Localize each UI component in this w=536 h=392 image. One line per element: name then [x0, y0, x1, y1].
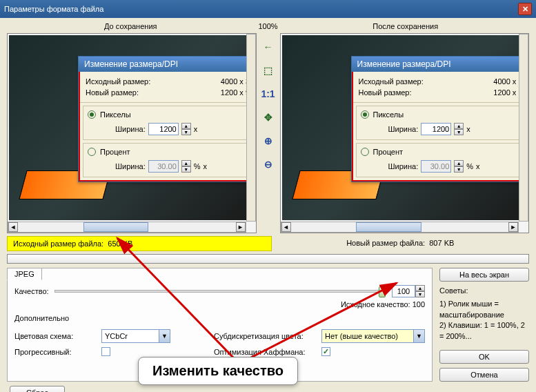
radio-pixels[interactable]: [361, 110, 369, 119]
slider-thumb[interactable]: [379, 286, 386, 297]
scrollbar-v[interactable]: [519, 34, 528, 222]
new-filesize: Новый размер файла: 807 KB: [272, 236, 530, 251]
spin-down-icon[interactable]: ▼: [181, 129, 191, 135]
spin-up-icon[interactable]: ▲: [181, 123, 191, 129]
resize-dialog-title: Изменение размера/DPI: [352, 57, 528, 72]
tip-2: 2) Клавиши: 1 = 100%, 2 = 200%...: [439, 320, 529, 342]
orig-size-label: Исходный размер:: [86, 77, 150, 86]
new-size-label: Новый размер:: [86, 88, 139, 97]
chevron-down-icon[interactable]: ▼: [413, 330, 424, 342]
preview-after: Изменение размера/DPI Исходный размер:40…: [280, 33, 530, 233]
width-label: Ширина:: [115, 125, 146, 133]
width-pct-input[interactable]: [421, 160, 451, 173]
annotation-label: Изменить качество: [138, 357, 298, 385]
ok-button[interactable]: OK: [439, 350, 529, 364]
progressive-checkbox[interactable]: [101, 347, 110, 356]
color-scheme-label: Цветовая схема:: [14, 332, 97, 340]
tips-title: Советы:: [439, 286, 529, 296]
quality-label: Качество:: [14, 287, 49, 295]
radio-pixels-label: Пикселы: [100, 110, 131, 119]
extra-group-label: Дополнительно: [14, 314, 425, 322]
preview-image-after[interactable]: Изменение размера/DPI Исходный размер:40…: [282, 35, 528, 220]
width-pct-input[interactable]: [148, 160, 179, 173]
header-after: После сохранения: [282, 22, 530, 30]
huffman-label: Оптимизация Хаффмана:: [214, 348, 317, 356]
resize-dialog-title: Изменение размера/DPI: [79, 57, 255, 72]
pct-sign: %: [194, 162, 201, 170]
reset-button[interactable]: Сброс: [10, 386, 65, 392]
preview-headers: До сохранения 100% После сохранения: [7, 22, 529, 30]
resize-dialog-after: Изменение размера/DPI Исходный размер:40…: [351, 56, 528, 182]
x-label: x: [194, 125, 198, 133]
width-px-input[interactable]: [148, 123, 179, 135]
close-button[interactable]: ✕: [518, 3, 532, 15]
zoom-out-icon[interactable]: ⊖: [261, 157, 276, 171]
spin-down-icon[interactable]: ▼: [181, 166, 191, 173]
cancel-button[interactable]: Отмена: [439, 368, 529, 382]
original-filesize-highlight: Исходный размер файла: 650 KB: [7, 236, 272, 251]
header-before: До сохранения: [7, 22, 255, 30]
preview-image-before[interactable]: Изменение размера/DPI Исходный размер:40…: [9, 35, 255, 220]
x-label: x: [204, 162, 208, 170]
one-to-one-icon[interactable]: 1:1: [261, 87, 276, 101]
spin-up-icon[interactable]: ▲: [181, 160, 191, 166]
radio-pixels[interactable]: [88, 110, 96, 119]
scroll-right-icon[interactable]: ►: [236, 222, 246, 232]
subsampling-label: Субдискретизация цвета:: [214, 332, 317, 340]
radio-percent[interactable]: [88, 148, 96, 156]
width-label-pct: Ширина:: [115, 162, 146, 170]
scrollbar-h[interactable]: ◄ ►: [281, 222, 519, 233]
quality-slider[interactable]: [54, 290, 386, 293]
scrollbar-v[interactable]: [246, 34, 256, 222]
radio-percent[interactable]: [361, 148, 369, 156]
color-scheme-combo[interactable]: YCbCr ▼: [101, 329, 170, 343]
subsampling-combo[interactable]: Нет (выше качество) ▼: [321, 329, 425, 343]
scroll-thumb[interactable]: [83, 222, 149, 232]
spin-down-icon[interactable]: ▼: [415, 291, 425, 297]
tip-1: 1) Ролик мыши = масштабирование: [439, 299, 529, 320]
progressive-label: Прогрессивный:: [14, 348, 97, 356]
original-quality: Исходное качество: 100: [14, 300, 425, 308]
tips-box: Советы: 1) Ролик мыши = масштабирование …: [439, 286, 529, 342]
fullscreen-button[interactable]: На весь экран: [439, 268, 529, 282]
scroll-left-icon[interactable]: ◄: [8, 222, 18, 232]
huffman-checkbox[interactable]: [321, 347, 330, 356]
window-title: Параметры формата файла: [4, 5, 103, 13]
title-bar: Параметры формата файла ✕: [0, 0, 536, 18]
quality-value-input[interactable]: [392, 285, 415, 297]
tool-column: ← ⬚ 1:1 ✥ ⊕ ⊖: [259, 33, 277, 233]
tab-jpeg[interactable]: JPEG: [7, 268, 42, 280]
fit-rect-icon[interactable]: ⬚: [261, 63, 276, 77]
preview-before: Изменение размера/DPI Исходный размер:40…: [7, 33, 257, 233]
scrollbar-h[interactable]: ◄ ►: [8, 222, 246, 233]
back-arrow-icon[interactable]: ←: [261, 40, 276, 54]
width-px-input[interactable]: [421, 123, 451, 135]
zoom-in-icon[interactable]: ⊕: [261, 134, 276, 148]
progress-bar: [7, 254, 529, 264]
radio-percent-label: Процент: [100, 148, 130, 156]
spin-up-icon[interactable]: ▲: [415, 285, 425, 291]
header-zoom: 100%: [255, 22, 282, 30]
move-icon[interactable]: ✥: [261, 110, 276, 124]
resize-dialog-before: Изменение размера/DPI Исходный размер:40…: [78, 56, 255, 182]
chevron-down-icon[interactable]: ▼: [159, 330, 170, 342]
